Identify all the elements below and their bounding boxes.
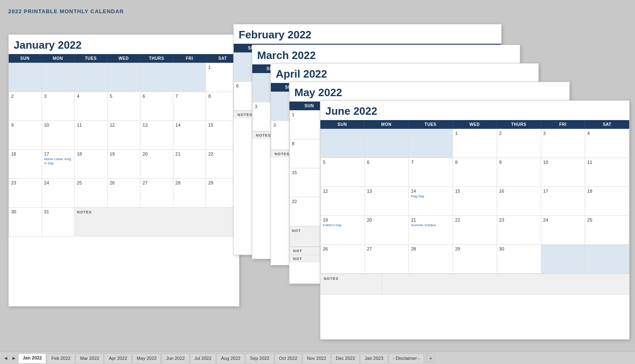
- table-row: 13: [140, 121, 173, 150]
- tab-may-2022[interactable]: May 2022: [132, 353, 161, 363]
- tab-feb-2022[interactable]: Feb 2022: [47, 353, 75, 363]
- tab-mar-2022[interactable]: Mar 2022: [76, 353, 104, 363]
- tab-aug-2022[interactable]: Aug 2022: [216, 353, 245, 363]
- table-row: 4: [75, 92, 108, 121]
- table-row: 18: [75, 150, 108, 179]
- tab-sep-2022[interactable]: Sep 2022: [245, 353, 274, 363]
- table-row: [365, 129, 409, 158]
- table-row: 2: [497, 129, 541, 158]
- table-row: 3: [42, 92, 75, 121]
- table-row: 4: [585, 129, 629, 158]
- table-row: 7: [173, 92, 206, 121]
- calendar-stack: January 2022 SUN MON TUES WED THURS FRI …: [8, 18, 627, 352]
- tab-apr-2022[interactable]: Apr 2022: [104, 353, 132, 363]
- table-row: 5: [321, 158, 365, 187]
- table-row: 30: [497, 245, 541, 274]
- table-row: 24: [42, 179, 75, 208]
- table-row: 9: [9, 121, 42, 150]
- calendar-jan: January 2022 SUN MON TUES WED THURS FRI …: [8, 34, 239, 307]
- table-row: 30: [9, 208, 42, 236]
- jan-day-headers: SUN MON TUES WED THURS FRI SAT: [9, 54, 239, 63]
- table-row: 21: [173, 150, 206, 179]
- jun-notes-section: NOTES: [320, 274, 629, 295]
- table-row: 25: [585, 216, 629, 245]
- jan-fri: FRI: [173, 54, 206, 63]
- tab-dec-2022[interactable]: Dec 2022: [331, 353, 360, 363]
- table-row: 29: [453, 245, 497, 274]
- jan-thu: THURS: [140, 54, 173, 63]
- tab-nov-2022[interactable]: Nov 2022: [302, 353, 331, 363]
- table-row: 24: [541, 216, 585, 245]
- jan-wed: WED: [107, 54, 140, 63]
- table-row: 20: [365, 216, 409, 245]
- may-title: May 2022: [294, 86, 564, 99]
- tab-bar: ◀ ▶ Jan 2022 Feb 2022 Mar 2022 Apr 2022 …: [0, 352, 635, 364]
- apr-title: April 2022: [276, 68, 533, 80]
- jun-day-headers: SUN MON TUES WED THURS FRI SAT: [320, 120, 629, 129]
- table-row: 25: [75, 179, 108, 208]
- calendar-jun: June 2022 SUN MON TUES WED THURS FRI SAT…: [320, 100, 630, 340]
- jan-title: January 2022: [14, 39, 234, 52]
- jun-notes-label: NOTES: [320, 274, 382, 295]
- table-row: 5: [108, 92, 141, 121]
- table-row: [140, 63, 173, 92]
- table-row: 16: [497, 187, 541, 216]
- table-row: 8: [453, 158, 497, 187]
- add-sheet-button[interactable]: +: [426, 354, 435, 363]
- tab-oct-2022[interactable]: Oct 2022: [275, 353, 302, 363]
- table-row: [108, 63, 141, 92]
- table-row: 27: [365, 245, 409, 274]
- table-row: 12: [108, 121, 141, 150]
- tab-jul-2022[interactable]: Jul 2022: [190, 353, 216, 363]
- table-row: 26: [321, 245, 365, 274]
- feb-title: February 2022: [239, 28, 496, 41]
- table-row: 2: [9, 92, 42, 121]
- table-row: 23: [497, 216, 541, 245]
- table-row: 14: [173, 121, 206, 150]
- table-row: [75, 63, 108, 92]
- table-row: 28: [173, 179, 206, 208]
- tab-disclaimer[interactable]: - Disclaimer -: [389, 353, 424, 363]
- table-row: 14Flag Day: [409, 187, 453, 216]
- table-row: 7: [409, 158, 453, 187]
- table-row: 6: [140, 92, 173, 121]
- app-container: 2022 PRINTABLE MONTHLY CALENDAR January …: [0, 0, 635, 364]
- tab-nav-right[interactable]: ▶: [10, 354, 18, 362]
- table-row: [409, 129, 453, 158]
- tab-nav-left[interactable]: ◀: [2, 354, 10, 362]
- table-row: 23: [9, 179, 42, 208]
- spreadsheet-title: 2022 PRINTABLE MONTHLY CALENDAR: [8, 8, 627, 14]
- table-row: [42, 63, 75, 92]
- table-row: 3: [541, 129, 585, 158]
- table-row: 19Father's Day: [321, 216, 365, 245]
- table-row: 12: [321, 187, 365, 216]
- table-row: 17Martin Luther King Jr Day: [42, 150, 75, 179]
- table-row: 10: [541, 158, 585, 187]
- table-row: 22: [453, 216, 497, 245]
- table-row: 9: [497, 158, 541, 187]
- table-row: 11: [75, 121, 108, 150]
- table-row: 26: [108, 179, 141, 208]
- jan-tue: TUES: [74, 54, 107, 63]
- table-row: 18: [585, 187, 629, 216]
- table-row: [585, 245, 629, 274]
- tab-jun-2022[interactable]: Jun 2022: [161, 353, 189, 363]
- tab-jan-2023[interactable]: Jan 2023: [360, 353, 388, 363]
- table-row: NOTES: [75, 208, 239, 236]
- table-row: [321, 129, 365, 158]
- table-row: 13: [365, 187, 409, 216]
- main-area: 2022 PRINTABLE MONTHLY CALENDAR January …: [0, 0, 635, 352]
- table-row: 17: [541, 187, 585, 216]
- mar-title: March 2022: [257, 49, 515, 62]
- table-row: 28: [409, 245, 453, 274]
- tab-jan-2022[interactable]: Jan 2022: [18, 353, 46, 363]
- jun-title: June 2022: [325, 105, 624, 118]
- table-row: 20: [140, 150, 173, 179]
- table-row: 16: [9, 150, 42, 179]
- table-row: 27: [140, 179, 173, 208]
- jan-sun: SUN: [9, 54, 42, 63]
- table-row: [9, 63, 42, 92]
- table-row: [173, 63, 206, 92]
- jan-mon: MON: [42, 54, 75, 63]
- table-row: 21Summer Solstice: [409, 216, 453, 245]
